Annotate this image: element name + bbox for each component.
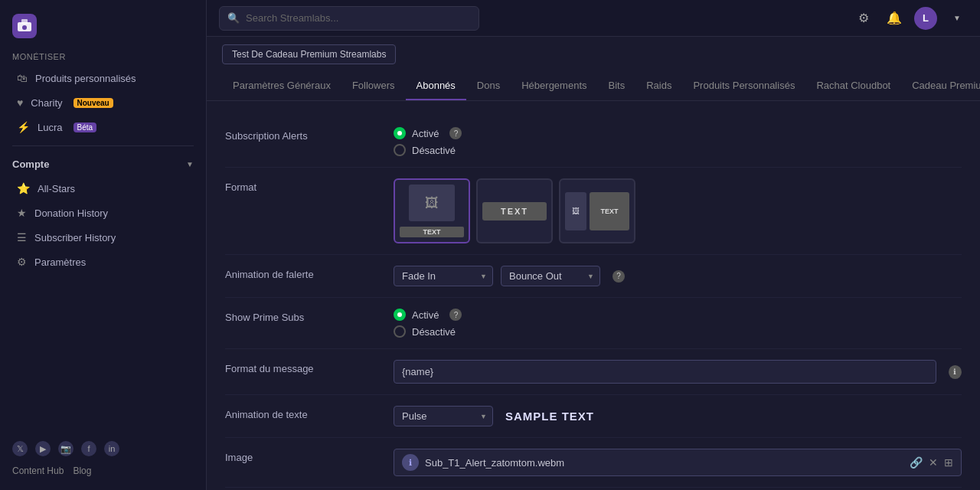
sidebar-item-donation-history[interactable]: ★ Donation History xyxy=(5,201,201,224)
instagram-icon[interactable]: 📷 xyxy=(58,441,74,456)
beta-badge: Béta xyxy=(74,122,97,132)
tab-rachat-cloudbot[interactable]: Rachat Cloudbot xyxy=(805,72,901,100)
image-control: ℹ Sub_T1_Alert_zatomtom.webm 🔗 ✕ ⊞ xyxy=(394,449,962,476)
animation-texte-row: Animation de texte Pulse None Typewriter… xyxy=(225,395,962,438)
bell-icon[interactable]: 🔔 xyxy=(884,8,905,29)
sidebar-item-label: Charity xyxy=(31,97,62,109)
tab-dons[interactable]: Dons xyxy=(466,72,511,100)
prime-subs-inactive-option[interactable]: Désactivé xyxy=(394,325,962,338)
sidebar: Monétiser 🛍 Produits personnalisés ♥ Cha… xyxy=(0,0,207,490)
fade-in-wrapper: Fade In Fade Out Slide In Slide Out xyxy=(394,266,493,286)
format-text-label-1: TEXT xyxy=(400,227,464,237)
sidebar-item-subscriber-history[interactable]: ☰ Subscriber History xyxy=(5,226,201,249)
sidebar-item-parametres[interactable]: ⚙ Paramètres xyxy=(5,250,201,273)
nouveau-badge: Nouveau xyxy=(74,98,113,108)
facebook-icon[interactable]: f xyxy=(81,441,96,456)
bag-icon: 🛍 xyxy=(17,72,28,84)
compte-section-header[interactable]: Compte ▼ xyxy=(0,152,206,176)
gear-icon: ⚙ xyxy=(17,256,27,268)
format-card-3[interactable]: 🖼 TEXT xyxy=(559,178,635,243)
format-control: 🖼 TEXT TEXT 🖼 TEXT xyxy=(394,178,962,243)
animation-texte-dropdown[interactable]: Pulse None Typewriter Fade xyxy=(394,406,493,426)
format-message-control: ℹ xyxy=(394,360,962,384)
chevron-icon: ▼ xyxy=(186,160,194,168)
format-message-label: Format du message xyxy=(225,360,378,374)
prime-active-help-icon[interactable]: ? xyxy=(449,309,462,321)
subscription-alerts-row: Subscription Alerts Activé ? Désactivé xyxy=(225,116,962,168)
active-label: Activé xyxy=(412,128,439,139)
subscription-alerts-label: Subscription Alerts xyxy=(225,127,378,142)
animation-texte-wrapper: Pulse None Typewriter Fade xyxy=(394,406,493,426)
inactive-label: Désactivé xyxy=(412,145,456,156)
tab-abonnes[interactable]: Abonnés xyxy=(406,72,466,100)
tab-produits-personnalises[interactable]: Produits Personnalisés xyxy=(682,72,805,100)
bounce-out-dropdown[interactable]: Bounce Out Bounce In Zoom In Zoom Out xyxy=(501,266,600,286)
subscription-alerts-radio-group: Activé ? Désactivé xyxy=(394,127,962,156)
sidebar-item-label: All-Stars xyxy=(38,183,75,194)
fade-in-dropdown[interactable]: Fade In Fade Out Slide In Slide Out xyxy=(394,266,493,286)
avatar[interactable]: L xyxy=(914,7,937,30)
subscription-alerts-inactive-option[interactable]: Désactivé xyxy=(394,144,962,156)
youtube-icon[interactable]: ▶ xyxy=(35,441,51,456)
format-message-info-icon[interactable]: ℹ xyxy=(949,365,962,379)
format-message-input[interactable] xyxy=(394,360,936,384)
twitter-icon[interactable]: 𝕏 xyxy=(12,441,28,456)
main-content: 🔍 ⚙ 🔔 L ▼ Test De Cadeau Premium Streaml… xyxy=(207,0,980,490)
format-card-1[interactable]: 🖼 TEXT xyxy=(394,178,470,243)
animation-texte-row-inner: Pulse None Typewriter Fade SAMPLE TEXT xyxy=(394,406,962,426)
chevron-down-icon[interactable]: ▼ xyxy=(946,8,968,29)
image-link-icon[interactable]: 🔗 xyxy=(910,456,923,469)
bounce-out-wrapper: Bounce Out Bounce In Zoom In Zoom Out xyxy=(501,266,600,286)
image-grid-icon[interactable]: ⊞ xyxy=(944,456,953,469)
sidebar-item-charity[interactable]: ♥ Charity Nouveau xyxy=(5,91,201,114)
show-prime-subs-radio-group: Activé ? Désactivé xyxy=(394,309,962,338)
heart-icon: ♥ xyxy=(17,96,23,109)
image-file-name: Sub_T1_Alert_zatomtom.webm xyxy=(425,457,903,469)
animation-help-icon[interactable]: ? xyxy=(612,270,625,283)
sidebar-item-lucra[interactable]: ⚡ Lucra Béta xyxy=(5,116,201,139)
image-row: Image ℹ Sub_T1_Alert_zatomtom.webm 🔗 ✕ ⊞ xyxy=(225,438,962,488)
content-area: Subscription Alerts Activé ? Désactivé F xyxy=(207,101,980,490)
sidebar-item-label: Subscriber History xyxy=(34,232,116,243)
format-img-small-3: 🖼 xyxy=(565,192,586,230)
format-card-2[interactable]: TEXT xyxy=(476,178,553,243)
animation-texte-control: Pulse None Typewriter Fade SAMPLE TEXT xyxy=(394,406,962,426)
compte-label: Compte xyxy=(12,158,49,170)
tab-parametres-generaux[interactable]: Paramètres Généraux xyxy=(222,72,341,100)
tab-raids[interactable]: Raids xyxy=(635,72,682,100)
tab-hebergements[interactable]: Hébergements xyxy=(511,72,597,100)
nav-tabs: Paramètres Généraux Followers Abonnés Do… xyxy=(207,72,980,101)
radio-active-circle xyxy=(394,127,406,139)
sidebar-item-produits-personnalises[interactable]: 🛍 Produits personnalisés xyxy=(5,67,201,90)
subscription-alerts-active-option[interactable]: Activé ? xyxy=(394,127,962,139)
radio-inactive-circle xyxy=(394,144,406,156)
show-prime-subs-label: Show Prime Subs xyxy=(225,309,378,323)
premium-button[interactable]: Test De Cadeau Premium Streamlabs xyxy=(222,44,396,64)
search-box: 🔍 xyxy=(219,6,479,31)
prime-radio-inactive-circle xyxy=(394,325,406,338)
animation-texte-label: Animation de texte xyxy=(225,406,378,420)
footer-links: Content Hub Blog xyxy=(0,462,206,482)
logo[interactable] xyxy=(0,8,206,47)
topbar: 🔍 ⚙ 🔔 L ▼ xyxy=(207,0,980,37)
star-icon: ⭐ xyxy=(17,182,30,194)
content-hub-link[interactable]: Content Hub xyxy=(12,466,64,476)
donation-icon: ★ xyxy=(17,207,27,219)
tab-bits[interactable]: Bits xyxy=(598,72,636,100)
search-input[interactable] xyxy=(246,12,471,24)
premium-bar: Test De Cadeau Premium Streamlabs xyxy=(207,37,980,72)
tab-cadeau-premium[interactable]: Cadeau Premium Streamlabs xyxy=(901,72,980,100)
format-text-only: TEXT xyxy=(482,202,547,220)
tab-followers[interactable]: Followers xyxy=(341,72,406,100)
prime-subs-active-option[interactable]: Activé ? xyxy=(394,309,962,321)
svg-point-2 xyxy=(22,25,27,30)
animation-falerte-label: Animation de falerte xyxy=(225,266,378,280)
social-links: 𝕏 ▶ 📷 f in xyxy=(0,435,206,462)
settings-icon[interactable]: ⚙ xyxy=(853,8,874,29)
sidebar-item-all-stars[interactable]: ⭐ All-Stars xyxy=(5,177,201,200)
image-close-icon[interactable]: ✕ xyxy=(929,456,938,469)
blog-link[interactable]: Blog xyxy=(73,466,91,476)
image-file-row: ℹ Sub_T1_Alert_zatomtom.webm 🔗 ✕ ⊞ xyxy=(394,449,962,476)
active-help-icon[interactable]: ? xyxy=(449,127,462,139)
linkedin-icon[interactable]: in xyxy=(104,441,119,456)
